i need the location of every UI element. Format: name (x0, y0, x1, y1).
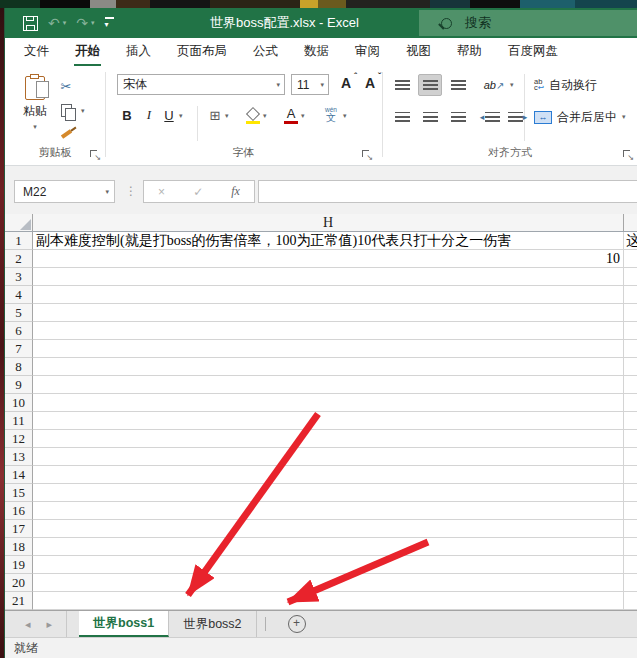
cell-I14[interactable] (624, 466, 637, 484)
align-left-button[interactable] (390, 106, 414, 128)
undo-dropdown-icon[interactable]: ▾ (63, 19, 67, 27)
cell-H9[interactable] (33, 376, 624, 394)
row-header-16[interactable]: 16 (5, 502, 33, 520)
align-middle-button[interactable] (418, 74, 442, 96)
row-header-9[interactable]: 9 (5, 376, 33, 394)
increase-font-button[interactable]: A (335, 73, 357, 93)
cell-I10[interactable] (624, 394, 637, 412)
cell-I16[interactable] (624, 502, 637, 520)
row-header-12[interactable]: 12 (5, 430, 33, 448)
paste-button[interactable]: 粘贴 ▾ (15, 74, 55, 148)
font-color-dropdown-icon[interactable]: ▾ (301, 112, 305, 120)
row-header-21[interactable]: 21 (5, 592, 33, 610)
column-header-partial[interactable] (624, 214, 637, 231)
cell-H17[interactable] (33, 520, 624, 538)
underline-dropdown-icon[interactable]: ▾ (179, 112, 183, 120)
font-name-combo[interactable]: 宋体 ▾ (117, 74, 285, 95)
redo-dropdown-icon[interactable]: ▾ (91, 19, 95, 27)
redo-icon[interactable]: ↷ (76, 16, 88, 30)
cell-H5[interactable] (33, 304, 624, 322)
ribbon-tab-公式[interactable]: 公式 (240, 38, 291, 66)
cut-button[interactable]: ✂ (55, 76, 77, 96)
cell-H6[interactable] (33, 322, 624, 340)
search-box[interactable]: 搜索 (419, 10, 637, 36)
align-right-button[interactable] (446, 106, 470, 128)
cell-H21[interactable] (33, 592, 624, 610)
font-size-combo[interactable]: 11 ▾ (291, 74, 329, 95)
copy-dropdown-icon[interactable]: ▾ (81, 107, 85, 115)
sheet-nav-left-icon[interactable]: ◂ (25, 618, 31, 631)
row-header-14[interactable]: 14 (5, 466, 33, 484)
row-header-13[interactable]: 13 (5, 448, 33, 466)
italic-button[interactable]: I (139, 104, 159, 126)
underline-button[interactable]: U (159, 104, 179, 126)
cell-I8[interactable] (624, 358, 637, 376)
clipboard-dialog-launcher-icon[interactable] (90, 150, 100, 160)
borders-dropdown-icon[interactable]: ▾ (225, 112, 229, 120)
cell-I17[interactable] (624, 520, 637, 538)
format-painter-button[interactable] (55, 124, 77, 144)
row-header-20[interactable]: 20 (5, 574, 33, 592)
cell-I6[interactable] (624, 322, 637, 340)
alignment-dialog-launcher-icon[interactable] (623, 150, 633, 160)
sheet-nav-right-icon[interactable]: ▸ (47, 618, 53, 631)
cell-H15[interactable] (33, 484, 624, 502)
row-header-2[interactable]: 2 (5, 250, 33, 268)
row-header-7[interactable]: 7 (5, 340, 33, 358)
decrease-indent-button[interactable]: ◂ (478, 106, 502, 128)
increase-indent-button[interactable]: ▸ (506, 106, 530, 128)
ribbon-tab-插入[interactable]: 插入 (113, 38, 164, 66)
borders-button[interactable]: ⊞ (205, 104, 225, 126)
bold-button[interactable]: B (117, 104, 137, 126)
add-sheet-button[interactable]: + (288, 615, 306, 633)
cell-I9[interactable] (624, 376, 637, 394)
row-header-11[interactable]: 11 (5, 412, 33, 430)
cell-I3[interactable] (624, 268, 637, 286)
cell-I13[interactable] (624, 448, 637, 466)
orientation-button[interactable]: ab↗ (482, 74, 506, 96)
cell-H13[interactable] (33, 448, 624, 466)
insert-function-icon[interactable]: fx (231, 184, 240, 199)
select-all-corner[interactable] (5, 214, 33, 231)
cell-I18[interactable] (624, 538, 637, 556)
ribbon-tab-审阅[interactable]: 审阅 (342, 38, 393, 66)
cell-I5[interactable] (624, 304, 637, 322)
cell-H16[interactable] (33, 502, 624, 520)
row-header-4[interactable]: 4 (5, 286, 33, 304)
row-header-6[interactable]: 6 (5, 322, 33, 340)
cell-I12[interactable] (624, 430, 637, 448)
ribbon-tab-开始[interactable]: 开始 (62, 38, 113, 66)
cell-H12[interactable] (33, 430, 624, 448)
merge-center-button[interactable]: ↔ 合并后居中 ▾ (534, 106, 626, 128)
row-header-1[interactable]: 1 (5, 232, 33, 250)
enter-icon[interactable]: ✓ (193, 185, 203, 199)
phonetic-dropdown-icon[interactable]: ▾ (343, 112, 347, 120)
formula-input[interactable] (258, 180, 637, 203)
align-center-button[interactable] (418, 106, 442, 128)
cell-I2[interactable] (624, 250, 637, 268)
sheet-tab-世界boss1[interactable]: 世界boss1 (79, 611, 169, 637)
ribbon-tab-视图[interactable]: 视图 (393, 38, 444, 66)
cell-H18[interactable] (33, 538, 624, 556)
wrap-text-button[interactable]: ab c↩ 自动换行 (534, 74, 597, 96)
customize-qat-icon[interactable]: ▾ (105, 17, 109, 29)
name-box[interactable]: M22 ▾ (14, 180, 115, 203)
cell-H8[interactable] (33, 358, 624, 376)
row-header-3[interactable]: 3 (5, 268, 33, 286)
cancel-icon[interactable]: × (158, 185, 165, 199)
cell-I7[interactable] (624, 340, 637, 358)
cell-H4[interactable] (33, 286, 624, 304)
cell-H14[interactable] (33, 466, 624, 484)
formula-bar-grip-icon[interactable]: ⋮ (125, 184, 137, 198)
row-header-19[interactable]: 19 (5, 556, 33, 574)
column-header-H[interactable]: H (33, 214, 624, 231)
copy-button[interactable] (55, 100, 77, 120)
ribbon-tab-页面布局[interactable]: 页面布局 (164, 38, 240, 66)
orientation-dropdown-icon[interactable]: ▾ (510, 81, 514, 89)
row-header-18[interactable]: 18 (5, 538, 33, 556)
row-header-5[interactable]: 5 (5, 304, 33, 322)
cell-H3[interactable] (33, 268, 624, 286)
font-dialog-launcher-icon[interactable] (362, 150, 372, 160)
fill-color-button[interactable] (243, 104, 263, 126)
ribbon-tab-数据[interactable]: 数据 (291, 38, 342, 66)
